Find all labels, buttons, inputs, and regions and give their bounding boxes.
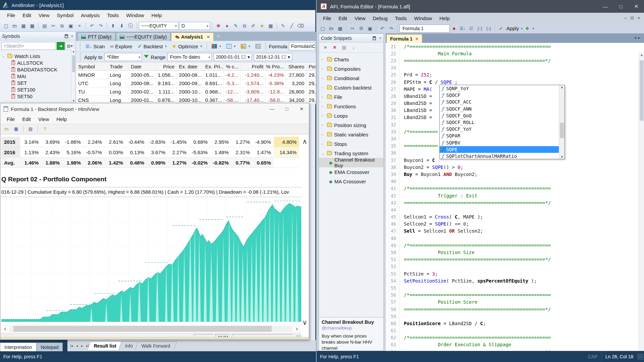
layers-icon[interactable]: ⧉ bbox=[240, 22, 249, 30]
apply-to-select[interactable]: *Filter▾ bbox=[104, 53, 142, 61]
indicator-icon[interactable]: ❋ bbox=[214, 22, 222, 30]
doc-tab--equity-daily-[interactable]: ~~~EQUITY (Daily) bbox=[116, 33, 171, 41]
child-window-controls[interactable]: – ⊡ × bbox=[625, 16, 641, 20]
pin-icon[interactable] bbox=[373, 36, 376, 40]
autocomplete-scrollbar[interactable]: ▲ ▼ bbox=[559, 85, 565, 159]
result-tab-walk-forward[interactable]: Walk Forward bbox=[135, 341, 177, 350]
cut-icon[interactable]: ✂ bbox=[348, 24, 357, 33]
snippet-item-ma-crossover[interactable]: ◆MA Crossover bbox=[319, 177, 383, 186]
watchlists-folder[interactable]: ⌄Watch Lists bbox=[1, 53, 75, 59]
delete-icon[interactable]: × bbox=[75, 22, 84, 30]
result-tab-result-list[interactable]: Result list bbox=[88, 341, 123, 350]
close-icon[interactable]: × bbox=[379, 36, 381, 41]
redo-icon[interactable]: ↷ bbox=[387, 24, 395, 33]
composite-icon[interactable]: ♦ bbox=[223, 22, 231, 30]
scan-button[interactable]: ☰↓Scan bbox=[84, 43, 107, 50]
table-row[interactable]: MINORLong2000-05...1.056...2000-08...1.0… bbox=[76, 71, 316, 79]
save-all-icon[interactable]: ▩ bbox=[28, 22, 36, 30]
doc-tab-analysis1[interactable]: ❖Analysis1✕ bbox=[171, 33, 214, 41]
paste-icon[interactable]: ▣ bbox=[366, 24, 374, 33]
autocomplete-item-sqpe[interactable]: ƒSQPE bbox=[440, 146, 559, 153]
annotate-icon[interactable]: ✐ bbox=[249, 22, 257, 30]
snippet-folder-composites[interactable]: ›Composites bbox=[319, 64, 383, 73]
autocomplete-item-sqplotchartannualmarratio[interactable]: ƒSQPlotChartAnnualMARRatio bbox=[440, 153, 559, 159]
autocomplete-item-sqpbv[interactable]: ƒSQPBV bbox=[440, 139, 559, 146]
columns-button[interactable] bbox=[254, 43, 263, 50]
menu-symbol[interactable]: Symbol bbox=[53, 11, 77, 19]
formula-name-input[interactable]: Formula 1 bbox=[399, 24, 450, 33]
pencil-icon[interactable]: ✎ bbox=[279, 22, 287, 30]
new-tab-icon[interactable]: ✛ bbox=[216, 34, 220, 41]
close-tab-icon[interactable]: ✕ bbox=[206, 35, 210, 40]
editor-scrollbar[interactable]: ▲ ▼ bbox=[639, 52, 644, 351]
snippet-folder-static-variables[interactable]: ›Static variables bbox=[319, 130, 383, 139]
open-icon[interactable]: 🗁 bbox=[3, 126, 10, 132]
table-row[interactable]: TULong2000-02...1.111...2000-10...0.968.… bbox=[76, 87, 316, 96]
autocomplete-item-sqocf_roll[interactable]: ƒSQOCF_ROLL bbox=[440, 119, 559, 126]
watchlist-item-set50[interactable]: SET50 bbox=[1, 93, 75, 100]
report-menu-edit[interactable]: Edit bbox=[18, 115, 35, 123]
delete-snippet-icon[interactable]: ✕ bbox=[331, 44, 338, 51]
minimize-button[interactable]: — bbox=[265, 104, 279, 114]
snippet-folder-functions[interactable]: ›Functions bbox=[319, 102, 383, 111]
column-header[interactable]: Pos bbox=[307, 62, 316, 70]
insert-indicator-icon[interactable]: ❖ bbox=[523, 24, 531, 33]
save-icon[interactable]: ▦ bbox=[336, 24, 344, 33]
help-icon[interactable]: ? bbox=[41, 126, 49, 132]
insert-section-icon[interactable]: {↑} bbox=[476, 24, 484, 33]
draw-icon[interactable]: ✎ bbox=[232, 22, 240, 30]
menu-help[interactable]: Help bbox=[148, 11, 166, 19]
editor-menu-edit[interactable]: Edit bbox=[335, 14, 351, 22]
snippet-item-channel-breakout-buy[interactable]: ◆Channel Breakout Buy bbox=[319, 158, 383, 167]
zoom-in-icon[interactable]: ⬆ bbox=[109, 22, 117, 30]
backtest-button[interactable]: ✓Backtest▾ bbox=[136, 42, 169, 50]
close-button[interactable]: ✕ bbox=[294, 104, 309, 114]
watchlist-item-mai[interactable]: MAI bbox=[1, 73, 75, 79]
autocomplete-item-sqocf_qoq[interactable]: ƒSQOCF_QoQ bbox=[440, 112, 559, 119]
snippet-item-ema-crossover[interactable]: ◆EMA Crossover bbox=[319, 167, 383, 177]
scroll-up-icon[interactable]: ∧ bbox=[302, 137, 307, 145]
properties-icon[interactable]: ▤ bbox=[340, 44, 348, 51]
code-editor[interactable]: 21/*====================================… bbox=[386, 43, 644, 351]
print-icon[interactable]: ▤ bbox=[27, 126, 34, 132]
scroll-down-icon[interactable]: ∨ bbox=[302, 318, 307, 326]
window-icon[interactable]: ▦ bbox=[267, 22, 275, 30]
editor-menu-help[interactable]: Help bbox=[436, 14, 453, 22]
new-file-icon[interactable]: ▢ bbox=[2, 22, 10, 30]
menu-window[interactable]: Window bbox=[122, 11, 148, 19]
print-icon[interactable]: ▤ bbox=[41, 22, 49, 30]
symbols-scrollbar[interactable]: ▲ ▼ bbox=[71, 49, 75, 103]
snippet-folder-conditional[interactable]: ›Conditional bbox=[319, 73, 383, 83]
menu-tools[interactable]: Tools bbox=[103, 11, 122, 19]
scroll-right-icon[interactable]: › bbox=[292, 325, 301, 332]
line-tool-icon[interactable]: ╱ bbox=[288, 22, 296, 30]
autocomplete-item-sqocf_acc[interactable]: ƒSQOCF_ACC bbox=[440, 99, 559, 105]
insert-snippet-icon[interactable]: ≡ bbox=[322, 44, 329, 51]
scroll-left-icon[interactable]: ‹ bbox=[1, 325, 9, 332]
maximize-button[interactable]: □ bbox=[613, 0, 629, 13]
column-header[interactable]: Ex. date bbox=[177, 62, 203, 70]
interval-combobox[interactable]: D▾ bbox=[179, 22, 210, 30]
copy-icon[interactable]: ⧉ bbox=[357, 24, 365, 33]
download-icon[interactable]: ↓ bbox=[350, 44, 357, 51]
symbol-list-options-button[interactable]: ▤▾ bbox=[65, 42, 74, 50]
autocomplete-item-sqpar[interactable]: ƒSQPAR bbox=[440, 132, 559, 139]
eraser-icon[interactable]: ⌫ bbox=[297, 22, 305, 30]
search-go-button[interactable]: ➔ bbox=[57, 42, 65, 50]
table-row[interactable]: UTCLong2000-08...9.183...2000-09...8.691… bbox=[76, 79, 316, 87]
horizontal-scrollbar[interactable]: ‹ › bbox=[1, 324, 301, 333]
column-header[interactable]: Symbol bbox=[76, 62, 108, 70]
pin-icon[interactable] bbox=[65, 34, 68, 38]
report-table-button[interactable]: ▾ bbox=[224, 43, 238, 50]
snippet-folder-stops[interactable]: ›Stops bbox=[319, 139, 383, 148]
watchlist-item-baddatastock[interactable]: BADDATASTOCK bbox=[1, 66, 75, 73]
autocomplete-item-sqnp_yoy[interactable]: ƒSQNP_YoY bbox=[440, 85, 559, 92]
autocomplete-item-sqocf_ann[interactable]: ƒSQOCF_ANN bbox=[440, 106, 559, 112]
undo-icon[interactable]: ↶ bbox=[88, 22, 96, 30]
column-header[interactable]: Profit bbox=[241, 62, 266, 70]
snippet-info-author[interactable]: @channelbkup bbox=[322, 325, 381, 330]
open-file-icon[interactable]: 🗁 bbox=[11, 22, 19, 30]
symbol-combobox[interactable]: ~~~EQUITY▾ bbox=[139, 22, 178, 30]
save-icon[interactable]: ▦ bbox=[12, 126, 20, 132]
cut-icon[interactable]: ✂ bbox=[49, 22, 57, 30]
